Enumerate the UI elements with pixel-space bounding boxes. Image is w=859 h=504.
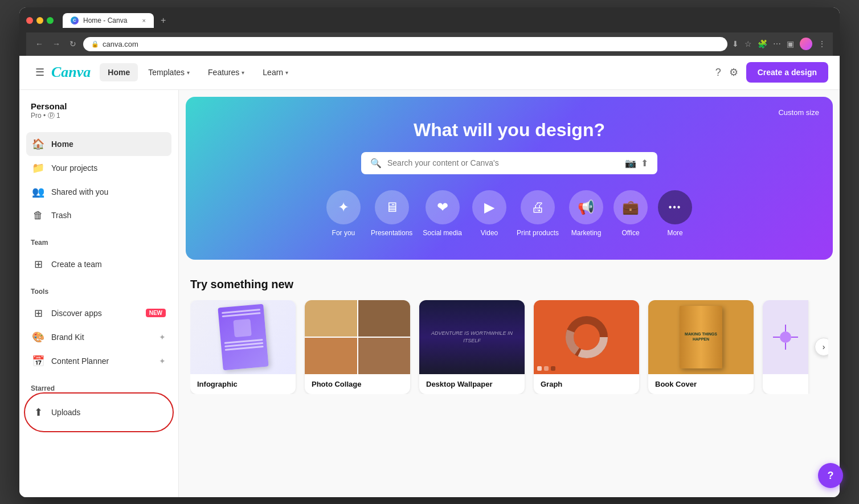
- features-chevron: ▾: [242, 69, 244, 76]
- help-fab-button[interactable]: ?: [818, 463, 840, 488]
- graph-thumbnail: [534, 300, 639, 374]
- scroll-right-button[interactable]: ›: [815, 338, 828, 356]
- browser-chrome: C Home - Canva × + ← → ↻ 🔒 canva.com ⬇ ☆…: [19, 7, 840, 56]
- upload-search-icon[interactable]: ⬆: [641, 158, 648, 169]
- sidebar-item-shared[interactable]: 👥 Shared with you: [26, 180, 171, 204]
- presentations-icon: 🖥: [375, 190, 409, 224]
- forward-button[interactable]: →: [50, 37, 63, 51]
- tab-close-button[interactable]: ×: [142, 17, 146, 24]
- team-section-label: Team: [19, 230, 178, 250]
- sidebar-item-brand-kit[interactable]: 🎨 Brand Kit ✦: [26, 325, 171, 349]
- hero-title: What will you design?: [220, 120, 799, 141]
- category-office[interactable]: 💼 Office: [613, 190, 648, 237]
- book-cover-card[interactable]: MAKING THINGS HAPPEN Book Cover: [648, 300, 754, 394]
- book-label: Book Cover: [648, 374, 754, 394]
- close-traffic-light[interactable]: [26, 17, 33, 24]
- reload-button[interactable]: ↻: [67, 37, 79, 51]
- download-icon[interactable]: ⬇: [732, 39, 739, 48]
- sidebar-item-uploads[interactable]: ⬆ Uploads: [26, 400, 171, 424]
- nav-item-home[interactable]: Home: [100, 63, 138, 81]
- print-icon: 🖨: [521, 190, 555, 224]
- address-bar[interactable]: 🔒 canva.com: [83, 37, 727, 51]
- collage-cell-1: [305, 300, 357, 337]
- search-icon: 🔍: [370, 158, 382, 169]
- wallpaper-visual: ADVENTURE IS WORTHWHILE IN ITSELF: [419, 300, 525, 374]
- camera-icon[interactable]: 📷: [625, 158, 636, 169]
- try-something-new-section: Try something new: [179, 267, 840, 405]
- sidebar-item-discover[interactable]: ⊞ Discover apps NEW: [26, 301, 171, 325]
- tab-favicon: C: [71, 17, 79, 24]
- mindmap-partial-card[interactable]: [763, 300, 808, 394]
- infographic-card[interactable]: Infographic: [190, 300, 296, 394]
- user-subtitle: Pro • ⓟ 1: [31, 111, 167, 121]
- graph-svg: [564, 314, 610, 360]
- create-team-icon: ⊞: [32, 258, 44, 271]
- back-button[interactable]: ←: [33, 37, 46, 51]
- book-visual: MAKING THINGS HAPPEN: [648, 300, 754, 374]
- legend-3: [551, 366, 555, 371]
- category-presentations[interactable]: 🖥 Presentations: [371, 190, 412, 237]
- info-icon-area: [233, 318, 252, 337]
- sidebar-icon[interactable]: ▣: [787, 39, 794, 48]
- hamburger-icon[interactable]: ☰: [31, 62, 49, 83]
- extension-icon[interactable]: 🧩: [758, 39, 767, 48]
- sidebar-item-content-planner[interactable]: 📅 Content Planner ✦: [26, 349, 171, 373]
- sidebar-user: Personal Pro • ⓟ 1: [19, 101, 178, 130]
- category-print[interactable]: 🖨 Print products: [517, 190, 559, 237]
- tools-nav: ⊞ Discover apps NEW 🎨 Brand Kit ✦ 📅 Cont…: [19, 299, 178, 375]
- menu-icon[interactable]: ⋮: [818, 39, 826, 48]
- hero-banner: What will you design? 🔍 📷 ⬆ Custom size …: [186, 97, 833, 260]
- sidebar-item-trash[interactable]: 🗑 Trash: [26, 204, 171, 227]
- search-input[interactable]: [387, 158, 619, 167]
- photo-collage-card[interactable]: Photo Collage: [305, 300, 410, 394]
- category-more[interactable]: ••• More: [658, 190, 692, 237]
- search-extra-icons: 📷 ⬆: [625, 158, 648, 169]
- video-icon: ▶: [472, 190, 506, 224]
- maximize-traffic-light[interactable]: [47, 17, 54, 24]
- user-avatar[interactable]: [800, 38, 812, 50]
- sidebar: Personal Pro • ⓟ 1 🏠 Home 📁 Your project…: [19, 90, 179, 497]
- brand-kit-icon: 🎨: [32, 331, 44, 343]
- graph-visual: [534, 300, 639, 374]
- category-for-you[interactable]: ✦ For you: [326, 190, 361, 237]
- section-title: Try something new: [190, 278, 828, 291]
- sidebar-item-projects[interactable]: 📁 Your projects: [26, 156, 171, 180]
- puzzle-icon[interactable]: ⋯: [773, 39, 781, 48]
- active-browser-tab[interactable]: C Home - Canva ×: [63, 13, 154, 28]
- category-marketing[interactable]: 📢 Marketing: [569, 190, 603, 237]
- create-design-button[interactable]: Create a design: [746, 62, 828, 83]
- sidebar-item-home[interactable]: 🏠 Home: [26, 132, 171, 156]
- nav-item-features[interactable]: Features ▾: [200, 63, 252, 81]
- category-video[interactable]: ▶ Video: [472, 190, 506, 237]
- star-icon[interactable]: ☆: [745, 39, 752, 48]
- more-label: More: [667, 229, 682, 237]
- hero-search-bar[interactable]: 🔍 📷 ⬆: [361, 152, 657, 174]
- canva-logo[interactable]: Canva: [51, 64, 91, 81]
- settings-icon[interactable]: ⚙: [729, 66, 738, 79]
- wallpaper-card[interactable]: ADVENTURE IS WORTHWHILE IN ITSELF Deskto…: [419, 300, 525, 394]
- custom-size-button[interactable]: Custom size: [778, 108, 819, 117]
- nav-item-learn[interactable]: Learn ▾: [255, 63, 296, 81]
- presentations-label: Presentations: [371, 229, 412, 237]
- app-main: Personal Pro • ⓟ 1 🏠 Home 📁 Your project…: [19, 90, 840, 497]
- sidebar-nav: 🏠 Home 📁 Your projects 👥 Shared with you…: [19, 130, 178, 230]
- category-social-media[interactable]: ❤ Social media: [423, 190, 462, 237]
- help-icon[interactable]: ?: [715, 67, 721, 79]
- nav-item-templates[interactable]: Templates ▾: [140, 63, 198, 81]
- sidebar-item-create-team[interactable]: ⊞ Create a team: [26, 252, 171, 276]
- legend-1: [537, 366, 542, 371]
- infographic-visual: [218, 304, 268, 370]
- minimize-traffic-light[interactable]: [36, 17, 43, 24]
- uploads-icon: ⬆: [32, 406, 44, 419]
- browser-window: C Home - Canva × + ← → ↻ 🔒 canva.com ⬇ ☆…: [19, 7, 840, 497]
- discover-label: Discover apps: [51, 309, 102, 318]
- graph-card[interactable]: Graph: [534, 300, 639, 394]
- home-icon: 🏠: [32, 138, 44, 150]
- print-label: Print products: [517, 229, 559, 237]
- new-tab-button[interactable]: +: [156, 13, 170, 28]
- topnav-right: ? ⚙ Create a design: [715, 62, 828, 83]
- category-row: ✦ For you 🖥 Presentations ❤ Social media: [220, 190, 799, 237]
- new-badge: NEW: [146, 309, 166, 317]
- content-planner-arrow: ✦: [159, 357, 166, 366]
- lock-icon: 🔒: [91, 40, 99, 48]
